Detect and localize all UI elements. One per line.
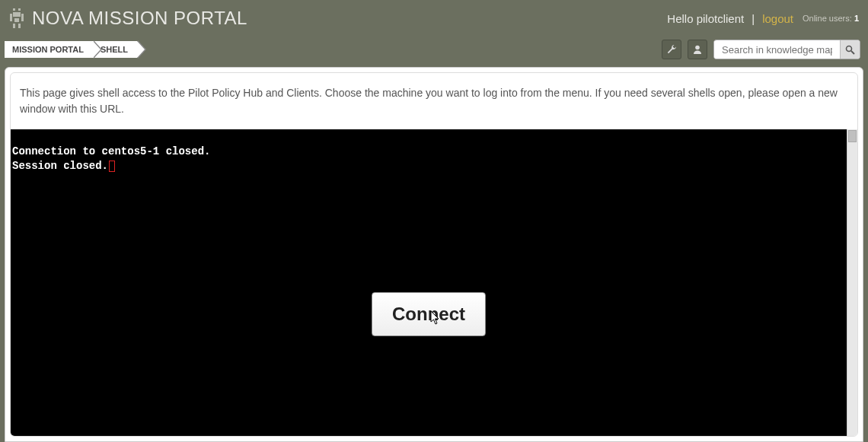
svg-point-8 bbox=[695, 46, 700, 50]
greeting-text: Hello pilotclient bbox=[667, 12, 744, 25]
search-button[interactable] bbox=[840, 40, 860, 59]
content-wrap: This page gives shell access to the Pilo… bbox=[5, 67, 863, 442]
svg-rect-7 bbox=[18, 24, 21, 28]
page-description: This page gives shell access to the Pilo… bbox=[11, 73, 857, 129]
terminal-line: Connection to centos5-1 closed. bbox=[12, 145, 845, 159]
search-wrap bbox=[713, 40, 860, 59]
terminal[interactable]: Connection to centos5-1 closed.Session c… bbox=[11, 129, 847, 436]
wrench-icon bbox=[666, 44, 677, 55]
online-users: Online users: 1 bbox=[803, 14, 859, 23]
scroll-thumb[interactable] bbox=[848, 130, 857, 142]
svg-line-10 bbox=[851, 51, 854, 54]
terminal-line: Session closed. bbox=[12, 159, 845, 173]
svg-rect-6 bbox=[13, 24, 15, 28]
online-label: Online users: bbox=[803, 14, 852, 23]
search-icon bbox=[845, 45, 855, 55]
svg-rect-5 bbox=[14, 18, 19, 22]
connect-button[interactable]: Connect bbox=[372, 292, 486, 336]
separator: | bbox=[752, 12, 755, 25]
online-count: 1 bbox=[854, 14, 859, 23]
user-button[interactable] bbox=[688, 40, 707, 59]
terminal-cursor bbox=[109, 161, 115, 172]
header-right: Hello pilotclient | logout Online users:… bbox=[667, 12, 859, 25]
breadcrumb: MISSION PORTAL SHELL bbox=[5, 41, 137, 58]
terminal-scrollbar[interactable] bbox=[847, 129, 857, 436]
breadcrumb-mission-portal[interactable]: MISSION PORTAL bbox=[5, 41, 93, 58]
svg-rect-1 bbox=[18, 8, 21, 11]
terminal-wrap: Connection to centos5-1 closed.Session c… bbox=[11, 129, 857, 436]
wrench-button[interactable] bbox=[662, 40, 681, 59]
svg-rect-4 bbox=[21, 14, 24, 21]
content-inner: This page gives shell access to the Pilo… bbox=[10, 72, 858, 437]
svg-rect-2 bbox=[13, 12, 21, 17]
logout-link[interactable]: logout bbox=[762, 12, 793, 25]
svg-point-9 bbox=[847, 46, 852, 51]
logo-icon bbox=[9, 8, 24, 28]
toolbar-right bbox=[662, 40, 860, 59]
search-input[interactable] bbox=[714, 41, 840, 59]
header-left: NOVA MISSION PORTAL bbox=[9, 8, 247, 29]
svg-rect-3 bbox=[10, 14, 12, 21]
terminal-text: Session closed. bbox=[12, 160, 108, 172]
toolbar: MISSION PORTAL SHELL bbox=[0, 37, 868, 67]
app-title: NOVA MISSION PORTAL bbox=[32, 8, 247, 29]
svg-rect-0 bbox=[13, 8, 15, 11]
header: NOVA MISSION PORTAL Hello pilotclient | … bbox=[0, 0, 868, 37]
user-icon bbox=[692, 44, 703, 55]
